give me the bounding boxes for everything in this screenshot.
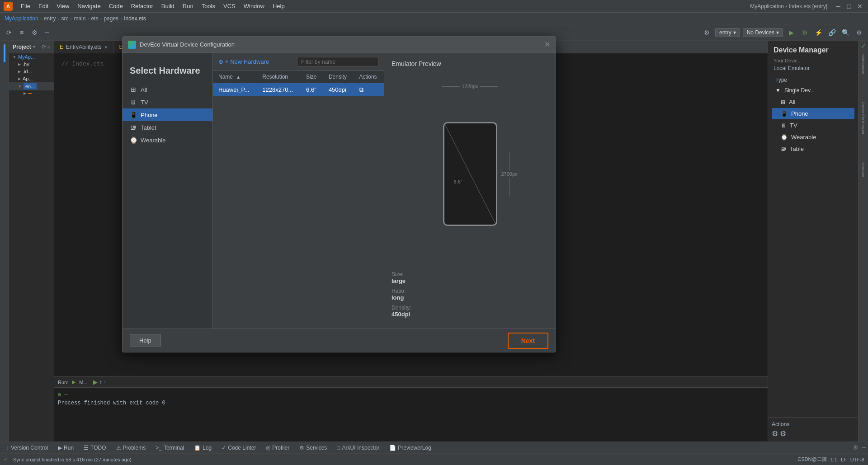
dm-type-table[interactable]: 🖳 Table (772, 143, 854, 155)
right-sidebar: ✓ Notifications Device File Browser Stru… (858, 41, 868, 442)
run-play-button[interactable]: ▶ (93, 379, 98, 385)
myapp-label: MyAp... (18, 54, 35, 60)
minimize-panel-button[interactable]: ─ (42, 27, 52, 38)
menu-edit[interactable]: Edit (35, 2, 52, 10)
breadcrumb: MyApplication › entry › src › main › ets… (0, 13, 868, 24)
tab-services[interactable]: ⚙ Services (295, 442, 331, 453)
menu-refactor[interactable]: Refactor (127, 2, 157, 10)
sync-button[interactable]: ⟳ (4, 27, 14, 38)
tab-profiler[interactable]: ◎ Profiler (261, 442, 294, 453)
dm-type-phone[interactable]: 📱 Phone (772, 108, 854, 119)
breadcrumb-pages[interactable]: pages (104, 15, 118, 22)
dm-type-tv[interactable]: 🖥 TV (772, 120, 854, 131)
close-button[interactable]: ✕ (855, 2, 864, 11)
maximize-button[interactable]: □ (844, 2, 854, 11)
panel-dropdown-icon[interactable]: ▾ (33, 44, 35, 49)
menu-vcs[interactable]: VCS (220, 2, 239, 10)
left-activity-bar (0, 41, 9, 442)
breadcrumb-index[interactable]: Index.ets (124, 15, 146, 22)
menu-code[interactable]: Code (105, 2, 127, 10)
run-up-button[interactable]: ↑ (99, 379, 103, 385)
device-selector[interactable]: entry ▾ (715, 28, 740, 37)
debug-button[interactable]: ⚙ (799, 27, 810, 38)
filter-input[interactable] (297, 57, 378, 67)
collapse-all-button[interactable]: ≡ (16, 27, 27, 38)
col-actions: Actions (354, 71, 384, 83)
run-extra1[interactable]: › (104, 379, 105, 385)
menu-tools[interactable]: Tools (198, 2, 219, 10)
dialog-close-button[interactable]: ✕ (544, 40, 550, 49)
menu-build[interactable]: Build (158, 2, 178, 10)
dm-type-wearable[interactable]: ⌚ Wearable (772, 132, 854, 143)
tab-run[interactable]: ▶ Run (53, 442, 78, 453)
tab-arkui-inspector[interactable]: □ ArkUI Inspector (332, 442, 384, 453)
settings-button[interactable]: ⚙ (29, 27, 40, 38)
type-wearable[interactable]: ⌚ Wearable (123, 134, 212, 146)
table-body: Huawei_P... 1228x270... 6.6" 450dpi ⧉ (213, 83, 384, 97)
panel-sync-icon[interactable]: ⟳ (42, 44, 46, 50)
menu-run[interactable]: Run (179, 2, 197, 10)
col-resolution[interactable]: Resolution (257, 71, 301, 83)
sync-message: Sync project finished in 58 s 416 ms (27… (13, 457, 132, 462)
tab-terminal[interactable]: >_ Terminal (151, 442, 189, 453)
tab-version-control[interactable]: ↕ Version Control (2, 442, 52, 453)
settings2-button[interactable]: ⚙ (854, 27, 864, 38)
tree-en-sub[interactable]: ▶ (9, 90, 54, 96)
tree-ap[interactable]: ▶ Ap... (9, 75, 54, 82)
type-tablet[interactable]: 🖳 Tablet (123, 121, 212, 134)
menu-view[interactable]: View (53, 2, 73, 10)
attach-button[interactable]: 🔗 (826, 27, 837, 38)
bottom-right-controls: ⚙ ─ (853, 444, 866, 451)
device-dropdown[interactable]: No Devices ▾ (743, 28, 783, 37)
menu-file[interactable]: File (17, 2, 34, 10)
col-size[interactable]: Size (301, 71, 323, 83)
dialog-next-button[interactable]: Next (508, 333, 548, 349)
phone-label: Phone (791, 110, 808, 117)
type-tv[interactable]: 🖥 TV (123, 96, 212, 108)
breadcrumb-entry[interactable]: entry (44, 15, 56, 22)
tab-previewer-log[interactable]: 📄 PreviewerLog (385, 442, 435, 453)
tree-en[interactable]: ▼ en... (9, 82, 54, 90)
tab-code-linter[interactable]: ✓ Code Linter (217, 442, 260, 453)
dm-action-icon-1[interactable]: ⚙ (772, 429, 778, 438)
height-value: 2700px (501, 171, 517, 177)
tab-entry-close-icon[interactable]: ✕ (104, 45, 108, 50)
breadcrumb-src[interactable]: src (61, 15, 68, 22)
tree-myapp[interactable]: ▼ MyAp... (9, 53, 54, 61)
menu-window[interactable]: Window (240, 2, 268, 10)
tab-entry-ability[interactable]: E EntryAbility.ets ✕ (54, 41, 113, 53)
table-row[interactable]: Huawei_P... 1228x270... 6.6" 450dpi ⧉ (213, 83, 384, 97)
type-phone[interactable]: 📱 Phone (123, 108, 212, 121)
run-app-name[interactable]: M... (79, 380, 87, 385)
run-button[interactable]: ▶ (786, 27, 797, 38)
profile-button[interactable]: ⚡ (813, 27, 824, 38)
plus-icon: ⊕ (218, 58, 223, 65)
search-everywhere-button[interactable]: ⚙ (702, 27, 712, 38)
dm-action-icon-2[interactable]: ⚙ (780, 429, 786, 438)
breadcrumb-ets[interactable]: ets (91, 15, 98, 22)
col-name[interactable]: Name ▲ (213, 71, 257, 83)
breadcrumb-main[interactable]: main (74, 15, 85, 22)
breadcrumb-myapp[interactable]: MyApplication (5, 15, 38, 22)
type-all[interactable]: ⊞ All (123, 83, 212, 96)
tab-todo[interactable]: ☰ TODO (79, 442, 110, 453)
col-density[interactable]: Density (323, 71, 354, 83)
menu-help[interactable]: Help (269, 2, 288, 10)
tree-id[interactable]: ▶ .id... (9, 68, 54, 75)
tree-hv[interactable]: ▶ .hv (9, 61, 54, 68)
dm-type-single-dev[interactable]: ▼ Single Dev... (772, 85, 854, 96)
dialog-footer: Help Next (123, 329, 556, 352)
dialog-help-button[interactable]: Help (130, 334, 161, 347)
dm-type-all[interactable]: ⊞ All (772, 96, 854, 108)
copy-icon[interactable]: ⧉ (359, 86, 363, 94)
minimize-button[interactable]: ─ (834, 2, 843, 11)
panel-collapse-icon[interactable]: ≡ (47, 44, 50, 50)
search-button[interactable]: 🔍 (840, 27, 851, 38)
tab-log[interactable]: 📋 Log (189, 442, 216, 453)
bottom-minimize-icon[interactable]: ─ (862, 444, 866, 451)
bottom-settings-icon[interactable]: ⚙ (853, 444, 859, 451)
new-hardware-button[interactable]: ⊕ + New Hardware (218, 58, 269, 65)
check-notification-icon[interactable]: ✓ (861, 42, 866, 50)
tab-problems[interactable]: ⚠ Problems (112, 442, 151, 453)
menu-navigate[interactable]: Navigate (74, 2, 104, 10)
